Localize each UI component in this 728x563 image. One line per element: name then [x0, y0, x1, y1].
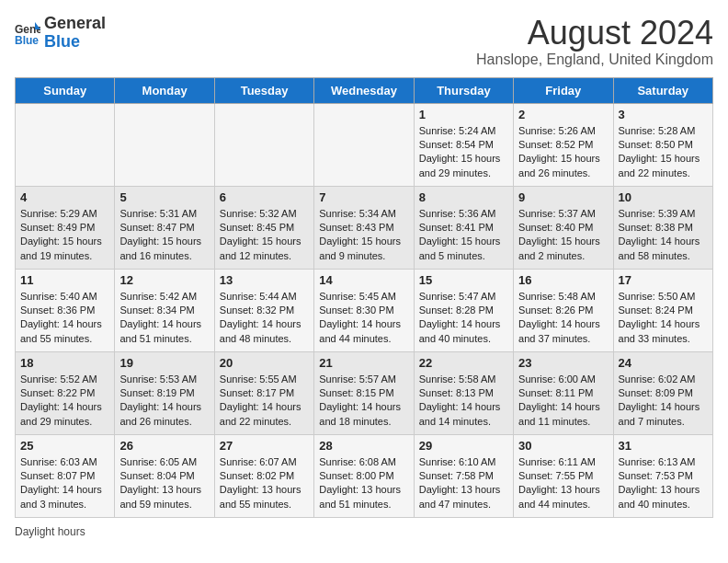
day-info: Sunrise: 6:13 AMSunset: 7:53 PMDaylight:…	[619, 455, 708, 512]
svg-text:Blue: Blue	[15, 34, 39, 46]
footer-note: Daylight hours	[15, 525, 713, 538]
day-number: 5	[119, 190, 209, 204]
day-info: Sunrise: 5:34 AMSunset: 8:43 PMDaylight:…	[319, 207, 408, 264]
day-number: 16	[518, 273, 608, 287]
day-cell: 24Sunrise: 6:02 AMSunset: 8:09 PMDayligh…	[613, 351, 712, 434]
logo-general: General	[44, 15, 106, 33]
day-number: 20	[220, 356, 309, 370]
day-info: Sunrise: 5:32 AMSunset: 8:45 PMDaylight:…	[220, 207, 309, 264]
day-number: 7	[319, 190, 408, 204]
header-row: SundayMondayTuesdayWednesdayThursdayFrid…	[16, 77, 713, 103]
day-info: Sunrise: 5:26 AMSunset: 8:52 PMDaylight:…	[518, 124, 608, 181]
day-cell: 20Sunrise: 5:55 AMSunset: 8:17 PMDayligh…	[214, 351, 313, 434]
day-cell: 16Sunrise: 5:48 AMSunset: 8:26 PMDayligh…	[514, 269, 613, 351]
header: General Blue General Blue August 2024 Ha…	[15, 15, 713, 68]
day-number: 24	[619, 356, 708, 370]
day-number: 1	[419, 108, 508, 121]
day-cell: 28Sunrise: 6:08 AMSunset: 8:00 PMDayligh…	[314, 434, 414, 517]
day-number: 18	[20, 356, 109, 370]
week-row-1: 1Sunrise: 5:24 AMSunset: 8:54 PMDaylight…	[16, 103, 713, 186]
day-info: Sunrise: 5:44 AMSunset: 8:32 PMDaylight:…	[220, 290, 309, 347]
day-cell: 4Sunrise: 5:29 AMSunset: 8:49 PMDaylight…	[16, 186, 115, 269]
day-number: 2	[518, 108, 608, 121]
day-number: 23	[518, 356, 608, 370]
day-cell: 13Sunrise: 5:44 AMSunset: 8:32 PMDayligh…	[214, 269, 313, 351]
day-info: Sunrise: 6:05 AMSunset: 8:04 PMDaylight:…	[119, 455, 209, 512]
day-cell: 2Sunrise: 5:26 AMSunset: 8:52 PMDaylight…	[514, 103, 613, 186]
day-cell: 31Sunrise: 6:13 AMSunset: 7:53 PMDayligh…	[613, 434, 712, 517]
day-number: 28	[319, 439, 408, 453]
day-cell: 15Sunrise: 5:47 AMSunset: 8:28 PMDayligh…	[414, 269, 513, 351]
day-number: 27	[220, 439, 309, 453]
week-row-3: 11Sunrise: 5:40 AMSunset: 8:36 PMDayligh…	[16, 269, 713, 351]
day-number: 26	[119, 439, 209, 453]
day-number: 17	[619, 273, 708, 287]
day-number: 13	[220, 273, 309, 287]
day-number: 11	[20, 273, 109, 287]
main-title: August 2024	[476, 15, 713, 52]
day-cell: 14Sunrise: 5:45 AMSunset: 8:30 PMDayligh…	[314, 269, 414, 351]
calendar-body: 1Sunrise: 5:24 AMSunset: 8:54 PMDaylight…	[16, 103, 713, 517]
day-number: 22	[419, 356, 508, 370]
day-cell: 19Sunrise: 5:53 AMSunset: 8:19 PMDayligh…	[115, 351, 214, 434]
day-number: 4	[20, 190, 109, 204]
day-number: 12	[119, 273, 209, 287]
day-number: 19	[119, 356, 209, 370]
day-info: Sunrise: 5:40 AMSunset: 8:36 PMDaylight:…	[20, 290, 109, 347]
day-info: Sunrise: 5:28 AMSunset: 8:50 PMDaylight:…	[619, 124, 708, 181]
day-cell: 1Sunrise: 5:24 AMSunset: 8:54 PMDaylight…	[414, 103, 513, 186]
day-info: Sunrise: 5:53 AMSunset: 8:19 PMDaylight:…	[119, 373, 209, 430]
day-header-friday: Friday	[514, 77, 613, 103]
day-header-wednesday: Wednesday	[314, 77, 414, 103]
day-number: 15	[419, 273, 508, 287]
day-cell: 10Sunrise: 5:39 AMSunset: 8:38 PMDayligh…	[613, 186, 712, 269]
day-cell: 9Sunrise: 5:37 AMSunset: 8:40 PMDaylight…	[514, 186, 613, 269]
day-cell	[115, 103, 214, 186]
day-cell: 11Sunrise: 5:40 AMSunset: 8:36 PMDayligh…	[16, 269, 115, 351]
day-info: Sunrise: 5:36 AMSunset: 8:41 PMDaylight:…	[419, 207, 508, 264]
day-cell: 21Sunrise: 5:57 AMSunset: 8:15 PMDayligh…	[314, 351, 414, 434]
day-cell	[16, 103, 115, 186]
day-cell: 23Sunrise: 6:00 AMSunset: 8:11 PMDayligh…	[514, 351, 613, 434]
calendar-table: SundayMondayTuesdayWednesdayThursdayFrid…	[15, 77, 713, 518]
day-cell: 27Sunrise: 6:07 AMSunset: 8:02 PMDayligh…	[214, 434, 313, 517]
day-info: Sunrise: 6:00 AMSunset: 8:11 PMDaylight:…	[518, 373, 608, 430]
day-info: Sunrise: 5:29 AMSunset: 8:49 PMDaylight:…	[20, 207, 109, 264]
day-cell: 30Sunrise: 6:11 AMSunset: 7:55 PMDayligh…	[514, 434, 613, 517]
calendar-header: SundayMondayTuesdayWednesdayThursdayFrid…	[16, 77, 713, 103]
day-info: Sunrise: 5:31 AMSunset: 8:47 PMDaylight:…	[119, 207, 209, 264]
day-number: 10	[619, 190, 708, 204]
day-info: Sunrise: 6:02 AMSunset: 8:09 PMDaylight:…	[619, 373, 708, 430]
day-cell: 8Sunrise: 5:36 AMSunset: 8:41 PMDaylight…	[414, 186, 513, 269]
day-info: Sunrise: 5:39 AMSunset: 8:38 PMDaylight:…	[619, 207, 708, 264]
day-number: 14	[319, 273, 408, 287]
subtitle: Hanslope, England, United Kingdom	[476, 52, 713, 68]
day-info: Sunrise: 6:07 AMSunset: 8:02 PMDaylight:…	[220, 455, 309, 512]
day-cell: 6Sunrise: 5:32 AMSunset: 8:45 PMDaylight…	[214, 186, 313, 269]
day-info: Sunrise: 5:50 AMSunset: 8:24 PMDaylight:…	[619, 290, 708, 347]
day-info: Sunrise: 5:45 AMSunset: 8:30 PMDaylight:…	[319, 290, 408, 347]
logo-blue: Blue	[44, 33, 106, 52]
day-info: Sunrise: 5:42 AMSunset: 8:34 PMDaylight:…	[119, 290, 209, 347]
week-row-4: 18Sunrise: 5:52 AMSunset: 8:22 PMDayligh…	[16, 351, 713, 434]
day-cell: 7Sunrise: 5:34 AMSunset: 8:43 PMDaylight…	[314, 186, 414, 269]
day-info: Sunrise: 5:55 AMSunset: 8:17 PMDaylight:…	[220, 373, 309, 430]
day-header-sunday: Sunday	[16, 77, 115, 103]
day-cell	[214, 103, 313, 186]
title-area: August 2024 Hanslope, England, United Ki…	[476, 15, 713, 68]
day-number: 29	[419, 439, 508, 453]
day-number: 6	[220, 190, 309, 204]
day-info: Sunrise: 5:52 AMSunset: 8:22 PMDaylight:…	[20, 373, 109, 430]
day-number: 9	[518, 190, 608, 204]
week-row-2: 4Sunrise: 5:29 AMSunset: 8:49 PMDaylight…	[16, 186, 713, 269]
day-info: Sunrise: 5:57 AMSunset: 8:15 PMDaylight:…	[319, 373, 408, 430]
day-cell: 26Sunrise: 6:05 AMSunset: 8:04 PMDayligh…	[115, 434, 214, 517]
day-cell: 17Sunrise: 5:50 AMSunset: 8:24 PMDayligh…	[613, 269, 712, 351]
day-cell: 12Sunrise: 5:42 AMSunset: 8:34 PMDayligh…	[115, 269, 214, 351]
day-info: Sunrise: 6:08 AMSunset: 8:00 PMDaylight:…	[319, 455, 408, 512]
day-number: 25	[20, 439, 109, 453]
day-info: Sunrise: 5:24 AMSunset: 8:54 PMDaylight:…	[419, 124, 508, 181]
day-number: 30	[518, 439, 608, 453]
day-info: Sunrise: 5:47 AMSunset: 8:28 PMDaylight:…	[419, 290, 508, 347]
week-row-5: 25Sunrise: 6:03 AMSunset: 8:07 PMDayligh…	[16, 434, 713, 517]
